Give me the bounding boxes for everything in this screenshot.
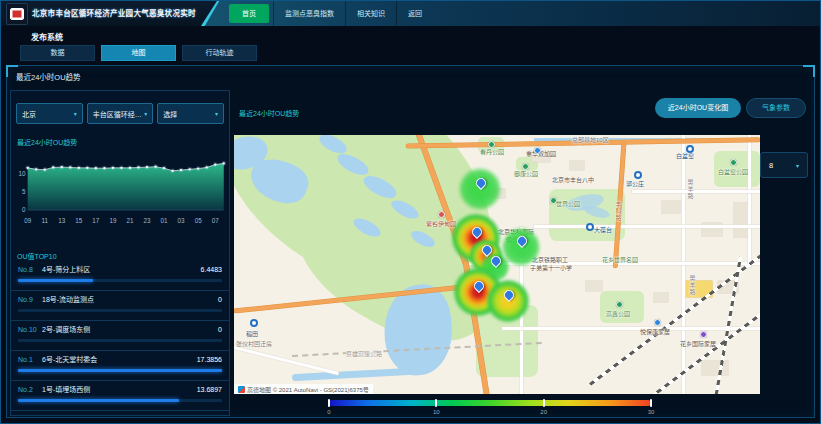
top-list-item: No.84号-筛分上料区6.4483	[11, 261, 229, 291]
metro-station-icon	[686, 145, 694, 153]
app-title: 北京市丰台区循环经济产业园大气恶臭状况实时	[32, 1, 196, 26]
map-road-w	[748, 135, 751, 267]
app-window: 北京市丰台区循环经济产业园大气恶臭状况实时 首页监测点恶臭指数相关知识返回 发布…	[0, 0, 821, 424]
publish-system-label: 发布系统	[31, 31, 63, 42]
map-road-w	[632, 190, 760, 193]
poi-icon	[616, 301, 623, 308]
trend-chart-title: 最近24小时OU趋势	[17, 137, 77, 147]
tab-item[interactable]: 行动轨迹	[182, 45, 257, 61]
nav-item-link[interactable]: 返回	[396, 1, 433, 26]
top-list-item: No.102号-调度场东侧0	[11, 321, 229, 351]
nav-item-link[interactable]: 监测点恶臭指数	[273, 1, 345, 26]
map-copyright: 高德地图 © 2021 AutoNavi - GS(2021)6375号	[234, 384, 373, 394]
map-bld	[586, 281, 602, 291]
ou-value: 0	[218, 326, 222, 333]
map-label: 大葆台	[594, 227, 612, 234]
header-bar: 北京市丰台区循环经济产业园大气恶臭状况实时 首页监测点恶臭指数相关知识返回	[1, 1, 820, 26]
top-list-title: OU值TOP10	[17, 251, 57, 261]
area-chart: 0510091113151719212301030507	[13, 149, 229, 227]
map-label: 看丹公园	[480, 149, 504, 156]
svg-text:05: 05	[195, 217, 202, 224]
map-label: 悦保康家居	[640, 329, 670, 336]
rank-label: No.9	[18, 296, 42, 303]
chevron-down-icon: ▾	[74, 110, 77, 117]
map-label: 京雄高速公路	[346, 351, 382, 358]
poi-icon	[730, 159, 737, 166]
colorbar-tick-label: 10	[433, 409, 440, 415]
map-park2	[600, 291, 644, 323]
map-label: 白盆窑公园	[718, 169, 748, 176]
top-list: No.84号-筛分上料区6.4483No.918号-流动监测点0No.102号-…	[11, 261, 229, 411]
poi-icon	[488, 141, 495, 148]
chevron-down-icon: ▾	[215, 110, 218, 117]
ou-value: 17.3856	[197, 356, 222, 363]
map-label: 樊羊路	[688, 275, 695, 296]
map-label: 北京市丰台八中	[552, 177, 594, 184]
map-bld	[702, 361, 728, 375]
value-bar	[18, 309, 222, 312]
app-logo	[6, 3, 28, 25]
value-bar	[18, 399, 222, 402]
poi-icon	[700, 331, 707, 338]
metro-station-icon	[250, 319, 258, 327]
top-list-item: No.918号-流动监测点0	[11, 291, 229, 321]
rank-label: No.1	[18, 356, 42, 363]
colorbar-ticks: 0102030	[329, 406, 651, 416]
panel-title: 最近24小时OU趋势	[16, 71, 81, 82]
svg-text:01: 01	[161, 217, 168, 224]
map-label: 紫谷伊甸园	[426, 221, 456, 228]
site-select[interactable]: 选择▾	[157, 103, 224, 124]
heatmap-legend: 0102030	[329, 400, 651, 416]
nav-item-active[interactable]: 首页	[229, 4, 269, 23]
weather-params-button[interactable]: 气象参数	[746, 98, 806, 118]
filter-row: 北京▾ 丰台区循环经济产▾ 选择▾	[16, 103, 224, 124]
map-label: 世界公园	[556, 201, 580, 208]
poi-icon	[550, 197, 557, 204]
map-road-w	[502, 327, 760, 330]
svg-text:19: 19	[109, 217, 116, 224]
ou-trend-chart: 0510091113151719212301030507	[13, 149, 229, 227]
nav-item-link[interactable]: 相关知识	[345, 1, 396, 26]
map-label: 花乡国际家居	[680, 341, 716, 348]
ou-value: 0	[218, 296, 222, 303]
ou-value: 6.4483	[201, 266, 222, 273]
svg-text:11: 11	[42, 217, 49, 224]
svg-text:21: 21	[127, 217, 134, 224]
svg-text:0: 0	[22, 206, 26, 213]
map-label: 子弟第十一小学	[530, 265, 572, 272]
hour-select[interactable]: 8 ▾	[760, 152, 808, 178]
amap-logo-icon	[238, 386, 245, 393]
map-road-w	[234, 345, 339, 375]
tab-active[interactable]: 地图	[101, 45, 176, 61]
nav-menu: 首页监测点恶臭指数相关知识返回	[201, 1, 820, 26]
svg-text:03: 03	[178, 217, 185, 224]
view-tabs: 数据地图行动轨迹	[20, 45, 257, 61]
svg-text:07: 07	[212, 217, 219, 224]
logo-icon	[10, 8, 24, 20]
park-select[interactable]: 丰台区循环经济产▾	[87, 103, 154, 124]
map-road-w	[534, 225, 760, 228]
map-water	[292, 368, 412, 381]
site-name: 2号-调度场东侧	[42, 324, 218, 334]
map-label: 白盆窑	[676, 153, 694, 160]
map-canvas[interactable]: 高德地图 © 2021 AutoNavi - GS(2021)6375号 看丹公…	[234, 135, 760, 394]
site-name: 1号-填埋场西侧	[42, 384, 197, 394]
colorbar-tick-label: 30	[648, 409, 655, 415]
map-bld	[662, 201, 680, 213]
ou-change-chart-button[interactable]: 近24小时OU变化图	[655, 98, 741, 118]
site-name: 4号-筛分上料区	[42, 264, 201, 274]
left-sidebar: 北京▾ 丰台区循环经济产▾ 选择▾ 最近24小时OU趋势 05100911131…	[10, 90, 230, 416]
map-label: 御康公园	[514, 171, 538, 178]
colorbar-tick-label: 20	[540, 409, 547, 415]
map-label: 丰科路	[614, 201, 621, 222]
svg-text:09: 09	[24, 217, 31, 224]
chevron-down-icon: ▾	[796, 162, 799, 169]
map-section: 最近24小时OU趋势 近24小时OU变化图 气象参数 8 ▾ 高德地图 © 20…	[233, 90, 812, 415]
tab-item[interactable]: 数据	[20, 45, 95, 61]
ou-value: 13.6897	[197, 386, 222, 393]
city-select[interactable]: 北京▾	[16, 103, 83, 124]
value-bar	[18, 279, 222, 282]
map-label: 张仪村回迁房	[236, 341, 272, 348]
metro-station-icon	[586, 223, 594, 231]
main-panel: 最近24小时OU趋势 北京▾ 丰台区循环经济产▾ 选择▾ 最近24小时OU趋势 …	[6, 65, 815, 418]
